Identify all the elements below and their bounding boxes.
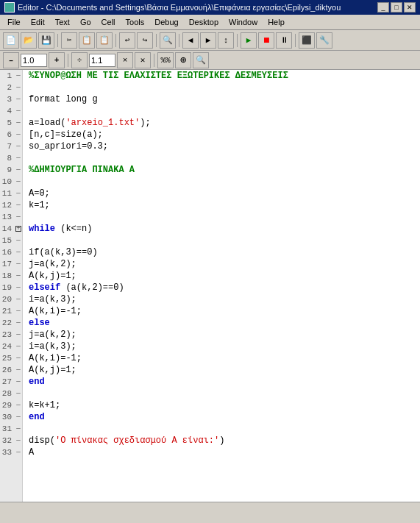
code-line: elseif (a(k,2)==0) — [23, 282, 420, 293]
fold-indicator[interactable]: — — [15, 355, 22, 362]
close-button[interactable]: ✕ — [404, 2, 416, 13]
cut-button[interactable]: ✂ — [61, 32, 77, 49]
zoom2-input[interactable]: 1.1 — [89, 54, 115, 67]
code-text — [23, 424, 34, 434]
menu-item-go[interactable]: Go — [76, 16, 96, 28]
line-number: 16 — [0, 248, 15, 257]
zoom-minus-button[interactable]: – — [3, 52, 19, 68]
fold-indicator[interactable]: — — [15, 366, 22, 374]
fold-indicator[interactable]: — — [15, 72, 22, 79]
fold-indicator[interactable]: — — [15, 390, 22, 397]
fold-indicator[interactable]: — — [15, 96, 22, 103]
line-number: 32 — [0, 436, 15, 445]
fold-indicator[interactable]: — — [15, 319, 22, 327]
fold-indicator[interactable]: + — [15, 226, 22, 232]
fold-indicator[interactable]: — — [15, 402, 22, 409]
menu-item-text[interactable]: Text — [51, 16, 74, 28]
fold-indicator[interactable]: — — [15, 143, 22, 150]
line-number: 3 — [0, 95, 15, 104]
fold-indicator[interactable]: — — [15, 437, 22, 444]
menu-item-cell[interactable]: Cell — [97, 16, 120, 28]
fold-indicator[interactable]: — — [15, 249, 22, 256]
minimize-button[interactable]: _ — [377, 2, 389, 13]
line-num-row: 6— — [0, 129, 22, 140]
fold-indicator[interactable]: — — [15, 131, 22, 138]
fold-indicator[interactable]: — — [15, 178, 22, 185]
fold-indicator[interactable]: — — [15, 378, 22, 385]
redo-button[interactable]: ↪ — [137, 32, 153, 49]
fold-indicator[interactable]: — — [15, 449, 22, 456]
code-line — [23, 152, 420, 164]
paste-button[interactable]: 📋 — [96, 32, 113, 49]
fold-indicator[interactable]: — — [15, 119, 22, 127]
fold-indicator[interactable]: — — [15, 425, 22, 433]
close-x-button[interactable]: ✕ — [135, 52, 151, 68]
fold-indicator[interactable]: — — [15, 260, 22, 268]
fold-indicator[interactable]: — — [15, 284, 22, 291]
settings-button[interactable]: 🔧 — [316, 32, 332, 49]
zoom-plus-button[interactable]: + — [49, 52, 65, 68]
title-bar-buttons[interactable]: _ □ ✕ — [377, 2, 416, 13]
open-button[interactable]: 📂 — [21, 32, 37, 49]
line-number: 31 — [0, 424, 15, 433]
pause-button[interactable]: ⏸ — [276, 32, 292, 49]
menu-item-window[interactable]: Window — [224, 16, 262, 28]
zoom1-input[interactable]: 1.0 — [21, 54, 47, 67]
line-num-row: 25— — [0, 352, 22, 364]
line-num-row: 9— — [0, 164, 22, 176]
code-text — [23, 235, 34, 246]
save-button[interactable]: 💾 — [38, 32, 54, 49]
fold-indicator[interactable]: — — [15, 190, 22, 197]
fold-indicator[interactable]: — — [15, 237, 22, 244]
line-number: 30 — [0, 413, 15, 421]
fold-indicator[interactable]: — — [15, 413, 22, 421]
find-button[interactable]: 🔍 — [160, 32, 176, 49]
fold-indicator[interactable]: — — [15, 107, 22, 115]
code-line: end — [23, 376, 420, 388]
div-button[interactable]: ÷ — [71, 52, 88, 68]
fold-indicator[interactable]: — — [15, 84, 22, 91]
menu-item-desktop[interactable]: Desktop — [185, 16, 223, 28]
fold-indicator[interactable]: — — [15, 331, 22, 338]
percent-percent-button[interactable]: %% — [157, 52, 174, 68]
fold-indicator[interactable]: — — [15, 343, 22, 350]
menu-item-edit[interactable]: Edit — [26, 16, 49, 28]
breakpoint-button[interactable]: ⬛ — [299, 32, 315, 49]
search2-button[interactable]: 🔍 — [193, 52, 209, 68]
run-button[interactable]: ▶ — [241, 32, 257, 49]
code-text: %ΔΗΜΙΟΥΡΓΙΑ ΠΙΝΑΚΑ Α — [23, 165, 135, 175]
code-area[interactable]: %ΣΥΝΟΡ@ΩΣΗ ΜΕ ΤΙΣ ΕΛΑΧΙΣΤΕΣ ΕΞΩΤΕΡΙΚΕΣ Δ… — [23, 70, 420, 502]
fold-indicator[interactable]: — — [15, 166, 22, 174]
menu-item-tools[interactable]: Tools — [121, 16, 149, 28]
fold-indicator[interactable]: — — [15, 272, 22, 280]
new-button[interactable]: 📄 — [3, 32, 19, 49]
copy-button[interactable]: 📋 — [79, 32, 95, 49]
code-line: end — [23, 411, 420, 423]
multiply-button[interactable]: × — [117, 52, 133, 68]
code-text: while (k<=n) — [23, 224, 92, 234]
undo-button[interactable]: ↩ — [119, 32, 135, 49]
menu-item-file[interactable]: File — [3, 16, 25, 28]
line-num-row: 29— — [0, 399, 22, 411]
special-button[interactable]: ⊕ — [175, 52, 191, 68]
menu-item-debug[interactable]: Debug — [150, 16, 182, 28]
code-line: [n,c]=size(a); — [23, 129, 420, 140]
stop-button[interactable]: ⏹ — [258, 32, 274, 49]
prev-button[interactable]: ◀ — [182, 32, 199, 49]
fold-indicator[interactable]: — — [15, 154, 22, 162]
code-line: disp('Ο πίνακας σχεδιασμού Α είναι:') — [23, 435, 420, 446]
fold-indicator[interactable]: — — [15, 296, 22, 303]
menu-item-help[interactable]: Help — [263, 16, 289, 28]
code-text — [23, 153, 34, 163]
code-text — [23, 106, 34, 116]
fold-indicator[interactable]: — — [15, 202, 22, 209]
fold-indicator[interactable]: — — [15, 307, 22, 315]
line-number: 14 — [0, 224, 15, 233]
updown-button[interactable]: ↕ — [218, 32, 234, 49]
maximize-button[interactable]: □ — [391, 2, 402, 13]
code-line — [23, 82, 420, 93]
code-text: j=a(k,2); — [23, 330, 76, 340]
fold-indicator[interactable]: — — [15, 213, 22, 221]
code-text: end — [23, 377, 45, 387]
next-button[interactable]: ▶ — [200, 32, 216, 49]
